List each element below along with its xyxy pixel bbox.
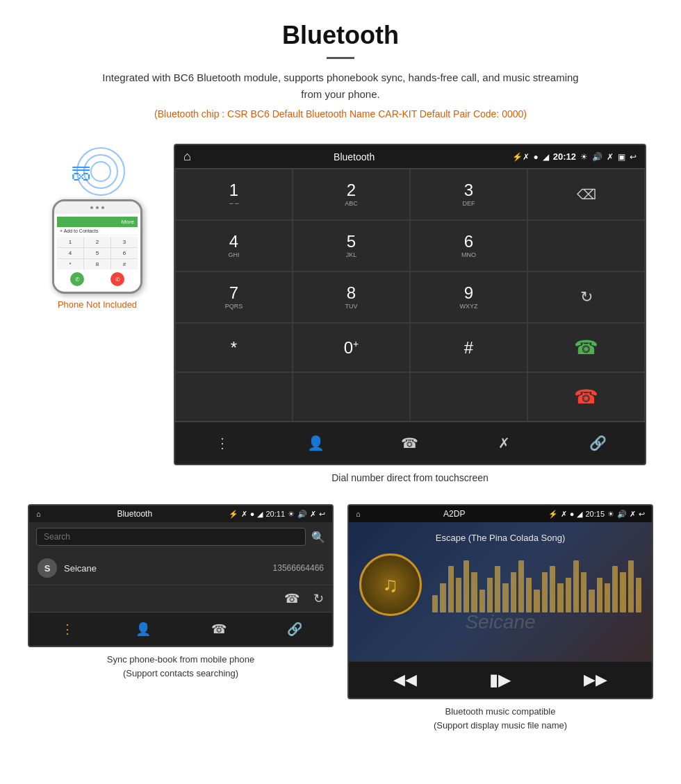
phone-key-hash[interactable]: # bbox=[111, 259, 138, 269]
pb-contact-number: 13566664466 bbox=[273, 563, 324, 573]
nav-contacts-icon[interactable]: 👤 bbox=[269, 429, 363, 457]
dial-end-button[interactable]: ☎ bbox=[527, 372, 645, 422]
music-status-icons: ✗ ● ◢ 20:15 ☀ 🔊 ✗ ↩ bbox=[561, 510, 645, 519]
music-home-icon[interactable]: ⌂ bbox=[356, 510, 361, 518]
dialpad-bottom-nav: ⋮ 👤 ☎ ✗ 🔗 bbox=[175, 422, 645, 464]
music-close-icon: ✗ bbox=[630, 510, 636, 519]
music-camera-icon: ☀ bbox=[607, 510, 614, 519]
music-note-icon: ♫ bbox=[383, 573, 399, 597]
specs: (Bluetooth chip : CSR BC6 Default Blueto… bbox=[14, 108, 667, 119]
music-status-bar: ⌂ A2DP ⚡ ✗ ● ◢ 20:15 ☀ 🔊 ✗ ↩ bbox=[349, 506, 652, 522]
dialpad-status-bar: ⌂ Bluetooth ⚡ ✗ ● ◢ 20:12 ☀ 🔊 ✗ ▣ ↩ bbox=[175, 145, 645, 168]
pb-back-icon[interactable]: ↩ bbox=[319, 510, 325, 519]
usb-icon: ⚡ bbox=[512, 152, 523, 162]
dialpad-grid: 1∽∽ 2ABC 3DEF ⌫ 4GHI 5JKL bbox=[175, 168, 645, 422]
nav-link-icon[interactable]: 🔗 bbox=[551, 429, 645, 457]
dial-key-3[interactable]: 3DEF bbox=[410, 169, 527, 220]
pb-call-icon[interactable]: ☎ bbox=[284, 591, 300, 606]
pb-search-row: 🔍 bbox=[29, 522, 332, 551]
pb-wifi-icon: ◢ bbox=[257, 510, 263, 519]
home-icon[interactable]: ⌂ bbox=[183, 149, 191, 164]
pb-action-icons: ☎ ↻ bbox=[29, 585, 332, 612]
pb-close-icon: ✗ bbox=[310, 510, 316, 519]
phone-end-button[interactable]: ✆ bbox=[110, 272, 124, 286]
dial-key-5[interactable]: 5JKL bbox=[293, 220, 410, 272]
pb-caption: Sync phone-book from mobile phone(Suppor… bbox=[28, 653, 334, 680]
phone-key-8[interactable]: 8 bbox=[84, 259, 110, 269]
bluetooth-status-icon: ✗ bbox=[523, 152, 530, 162]
phonebook-section: ⌂ Bluetooth ⚡ ✗ ● ◢ 20:11 ☀ 🔊 ✗ ↩ 🔍 bbox=[28, 504, 334, 732]
pb-status-icons: ✗ ● ◢ 20:11 ☀ 🔊 ✗ ↩ bbox=[241, 510, 325, 519]
dial-key-0[interactable]: 0+ bbox=[293, 323, 410, 372]
pb-contact-row[interactable]: S Seicane 13566664466 bbox=[29, 551, 332, 585]
phone-contacts-header: More bbox=[57, 217, 138, 227]
dial-key-7[interactable]: 7PQRS bbox=[175, 272, 293, 323]
pb-search-icon[interactable]: 🔍 bbox=[311, 531, 325, 544]
pb-avatar: S bbox=[38, 558, 57, 578]
pb-nav-link[interactable]: 🔗 bbox=[256, 618, 332, 640]
dial-backspace-button[interactable]: ⌫ bbox=[527, 169, 645, 220]
phone-key-1[interactable]: 1 bbox=[57, 237, 83, 247]
pb-home-icon[interactable]: ⌂ bbox=[36, 510, 41, 518]
dial-empty-2 bbox=[175, 372, 293, 422]
dial-key-hash[interactable]: # bbox=[410, 323, 527, 372]
phone-key-4[interactable]: 4 bbox=[57, 248, 83, 258]
dial-screen: ⌂ Bluetooth ⚡ ✗ ● ◢ 20:12 ☀ 🔊 ✗ ▣ ↩ bbox=[174, 144, 646, 483]
phone-bottom-bar: ✆ ✆ bbox=[57, 269, 138, 289]
dial-key-9[interactable]: 9WXYZ bbox=[410, 272, 527, 323]
pb-contact-name: Seicane bbox=[64, 563, 266, 574]
status-icons: ✗ ● ◢ 20:12 ☀ 🔊 ✗ ▣ ↩ bbox=[523, 151, 637, 162]
phone-container: ⯹ More + Add to Contacts 1 2 3 4 5 6 * bbox=[35, 144, 160, 310]
bottom-row: ⌂ Bluetooth ⚡ ✗ ● ◢ 20:11 ☀ 🔊 ✗ ↩ 🔍 bbox=[0, 490, 681, 746]
dial-key-8[interactable]: 8TUV bbox=[293, 272, 410, 323]
pb-refresh-icon[interactable]: ↻ bbox=[313, 591, 324, 606]
phone-not-included-label: Phone Not Included bbox=[58, 299, 137, 310]
music-title: A2DP bbox=[363, 509, 545, 519]
phone-dot bbox=[90, 206, 93, 209]
main-section: ⯹ More + Add to Contacts 1 2 3 4 5 6 * bbox=[0, 130, 681, 490]
pb-bottom-nav: ⋮ 👤 ☎ 🔗 bbox=[29, 612, 332, 646]
pb-location-icon: ● bbox=[250, 510, 255, 519]
pb-bt-icon: ✗ bbox=[241, 510, 247, 519]
music-next-button[interactable]: ▶▶ bbox=[584, 671, 607, 689]
dial-key-1[interactable]: 1∽∽ bbox=[175, 169, 293, 220]
pb-nav-contacts[interactable]: 👤 bbox=[105, 618, 181, 640]
pb-title: Bluetooth bbox=[44, 509, 226, 519]
pb-volume-icon: 🔊 bbox=[297, 510, 307, 519]
nav-dialpad-icon[interactable]: ⋮ bbox=[175, 429, 269, 457]
phone-key-star[interactable]: * bbox=[57, 259, 83, 269]
phone-mockup: More + Add to Contacts 1 2 3 4 5 6 * 8 #… bbox=[52, 199, 142, 294]
phone-call-button[interactable]: ✆ bbox=[70, 272, 84, 286]
pb-nav-dialpad[interactable]: ⋮ bbox=[29, 618, 105, 640]
dial-key-2[interactable]: 2ABC bbox=[293, 169, 410, 220]
dial-key-6[interactable]: 6MNO bbox=[410, 220, 527, 272]
phonebook-screen: ⌂ Bluetooth ⚡ ✗ ● ◢ 20:11 ☀ 🔊 ✗ ↩ 🔍 bbox=[28, 504, 334, 647]
music-wifi-icon: ◢ bbox=[577, 510, 582, 519]
pb-nav-phone[interactable]: ☎ bbox=[181, 618, 256, 640]
divider bbox=[327, 57, 354, 59]
phone-key-3[interactable]: 3 bbox=[111, 237, 138, 247]
music-play-pause-button[interactable]: ▮▶ bbox=[489, 670, 511, 690]
music-time: 20:15 bbox=[585, 510, 605, 519]
music-section: ⌂ A2DP ⚡ ✗ ● ◢ 20:15 ☀ 🔊 ✗ ↩ Escape (The… bbox=[347, 504, 653, 732]
music-prev-button[interactable]: ◀◀ bbox=[393, 671, 417, 689]
dial-empty-1 bbox=[527, 220, 645, 272]
dial-key-4[interactable]: 4GHI bbox=[175, 220, 293, 272]
back-icon[interactable]: ↩ bbox=[630, 152, 637, 162]
dial-refresh-button[interactable]: ↻ bbox=[527, 272, 645, 323]
phone-key-5[interactable]: 5 bbox=[84, 248, 110, 258]
pb-search-input[interactable] bbox=[36, 528, 306, 546]
nav-phone-icon[interactable]: ☎ bbox=[363, 429, 457, 457]
camera-icon: ☀ bbox=[580, 152, 588, 162]
phone-screen: More + Add to Contacts 1 2 3 4 5 6 * 8 #… bbox=[54, 214, 140, 292]
dial-key-star[interactable]: * bbox=[175, 323, 293, 372]
phone-key-2[interactable]: 2 bbox=[84, 237, 110, 247]
dial-caption: Dial number direct from touchscreen bbox=[174, 472, 646, 483]
music-controls: ◀◀ ▮▶ ▶▶ bbox=[349, 661, 652, 698]
dial-call-button[interactable]: ☎ bbox=[527, 323, 645, 372]
nav-bluetooth-icon[interactable]: ✗ bbox=[457, 429, 551, 457]
wifi-icon: ◢ bbox=[543, 152, 549, 162]
phone-key-6[interactable]: 6 bbox=[111, 248, 138, 258]
music-back-icon[interactable]: ↩ bbox=[639, 510, 645, 519]
music-song-title: Escape (The Pina Colada Song) bbox=[436, 533, 565, 543]
